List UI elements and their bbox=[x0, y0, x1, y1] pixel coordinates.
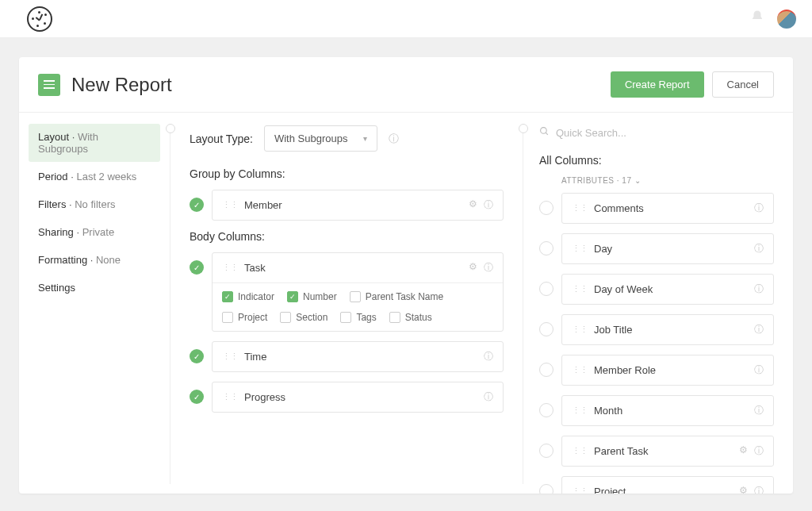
add-circle-icon[interactable] bbox=[539, 322, 553, 336]
page-title: New Report bbox=[71, 74, 172, 96]
app-logo[interactable] bbox=[27, 6, 52, 32]
all-columns-panel: All Columns: ATTRIBUTES · 17 ⌄ ⋮⋮Comment… bbox=[523, 113, 793, 494]
drag-handle-icon[interactable]: ⋮⋮ bbox=[572, 325, 588, 335]
available-column-day-of-week: ⋮⋮Day of Weekⓘ bbox=[539, 274, 774, 305]
search-icon bbox=[539, 125, 550, 140]
sidebar-item-formatting[interactable]: Formatting · None bbox=[29, 247, 160, 273]
sub-check-section[interactable]: Section bbox=[280, 312, 327, 323]
drag-handle-icon[interactable]: ⋮⋮ bbox=[572, 446, 588, 456]
info-icon[interactable]: ⓘ bbox=[754, 444, 764, 458]
sub-check-indicator[interactable]: ✓Indicator bbox=[222, 291, 274, 302]
add-circle-icon[interactable] bbox=[539, 282, 553, 296]
sub-check-status[interactable]: Status bbox=[389, 312, 432, 323]
attributes-group-header[interactable]: ATTRIBUTES · 17 ⌄ bbox=[561, 176, 774, 185]
divider bbox=[523, 124, 523, 484]
check-icon[interactable]: ✓ bbox=[190, 260, 204, 275]
layout-type-select[interactable]: With Subgroups ▾ bbox=[264, 125, 378, 152]
add-circle-icon[interactable] bbox=[539, 403, 553, 417]
report-builder-card: New Report Create Report Cancel Layout ·… bbox=[19, 57, 793, 494]
report-icon bbox=[38, 74, 60, 96]
group-column-row: ✓ ⋮⋮ Member ⚙ ⓘ bbox=[190, 190, 504, 221]
sub-check-tags[interactable]: Tags bbox=[340, 312, 376, 323]
drag-handle-icon[interactable]: ⋮⋮ bbox=[572, 486, 588, 494]
group-by-label: Group by Columns: bbox=[190, 167, 504, 180]
svg-line-1 bbox=[546, 133, 548, 135]
chevron-down-icon: ⌄ bbox=[634, 176, 642, 185]
chevron-down-icon: ▾ bbox=[363, 134, 367, 143]
check-icon[interactable]: ✓ bbox=[190, 390, 204, 404]
create-report-button[interactable]: Create Report bbox=[611, 71, 704, 98]
drag-handle-icon[interactable]: ⋮⋮ bbox=[572, 244, 588, 254]
check-icon[interactable]: ✓ bbox=[190, 198, 204, 212]
info-icon[interactable]: ⓘ bbox=[484, 350, 493, 363]
svg-point-0 bbox=[541, 128, 547, 134]
sidebar-item-sharing[interactable]: Sharing · Private bbox=[29, 219, 160, 245]
body-column-progress: ✓ ⋮⋮ Progress ⓘ bbox=[190, 382, 504, 413]
all-columns-label: All Columns: bbox=[539, 154, 774, 167]
cancel-button[interactable]: Cancel bbox=[712, 71, 774, 98]
drag-handle-icon[interactable]: ⋮⋮ bbox=[572, 284, 588, 294]
gear-icon[interactable]: ⚙ bbox=[739, 485, 748, 494]
gear-icon[interactable]: ⚙ bbox=[739, 444, 748, 458]
gear-icon[interactable]: ⚙ bbox=[469, 261, 477, 275]
layout-type-label: Layout Type: bbox=[190, 133, 253, 145]
sub-check-project[interactable]: Project bbox=[222, 312, 267, 323]
drag-handle-icon[interactable]: ⋮⋮ bbox=[222, 263, 238, 273]
info-icon[interactable]: ⓘ bbox=[754, 363, 764, 377]
sidebar-item-settings[interactable]: Settings bbox=[29, 275, 160, 301]
card-header: New Report Create Report Cancel bbox=[19, 57, 793, 113]
info-icon[interactable]: ⓘ bbox=[754, 404, 764, 417]
available-column-parent-task: ⋮⋮Parent Task⚙ⓘ bbox=[539, 436, 774, 467]
add-circle-icon[interactable] bbox=[539, 444, 553, 458]
drag-handle-icon[interactable]: ⋮⋮ bbox=[222, 352, 238, 362]
quick-search-input[interactable] bbox=[556, 127, 774, 139]
divider bbox=[170, 124, 170, 484]
drag-handle-icon[interactable]: ⋮⋮ bbox=[222, 392, 238, 402]
info-icon[interactable]: ⓘ bbox=[754, 202, 764, 215]
available-column-month: ⋮⋮Monthⓘ bbox=[539, 395, 774, 426]
drag-handle-icon[interactable]: ⋮⋮ bbox=[572, 405, 588, 416]
user-avatar[interactable] bbox=[777, 10, 796, 29]
info-icon[interactable]: ⓘ bbox=[484, 390, 493, 404]
add-circle-icon[interactable] bbox=[539, 241, 553, 256]
add-circle-icon[interactable] bbox=[539, 484, 553, 494]
sub-check-number[interactable]: ✓Number bbox=[287, 291, 337, 302]
available-column-day: ⋮⋮Dayⓘ bbox=[539, 233, 774, 264]
body-columns-label: Body Columns: bbox=[190, 230, 504, 243]
drag-handle-icon[interactable]: ⋮⋮ bbox=[572, 365, 588, 375]
drag-handle-icon[interactable]: ⋮⋮ bbox=[222, 200, 238, 210]
add-circle-icon[interactable] bbox=[539, 363, 553, 377]
task-sub-options: ✓Indicator ✓Number Parent Task Name Proj… bbox=[213, 282, 503, 331]
sidebar-item-period[interactable]: Period · Last 2 weeks bbox=[29, 163, 160, 190]
top-bar bbox=[0, 0, 812, 38]
sidebar-item-filters[interactable]: Filters · No filters bbox=[29, 191, 160, 217]
layout-config-panel: Layout Type: With Subgroups ▾ ⓘ Group by… bbox=[170, 113, 523, 494]
available-column-member-role: ⋮⋮Member Roleⓘ bbox=[539, 355, 774, 386]
notifications-icon[interactable] bbox=[750, 10, 764, 28]
info-icon[interactable]: ⓘ bbox=[484, 261, 493, 275]
available-column-project: ⋮⋮Project⚙ⓘ bbox=[539, 476, 774, 494]
sidebar-item-layout[interactable]: Layout · With Subgroups bbox=[29, 124, 160, 162]
drag-handle-icon[interactable]: ⋮⋮ bbox=[572, 203, 588, 213]
info-icon[interactable]: ⓘ bbox=[389, 132, 399, 146]
add-circle-icon[interactable] bbox=[539, 201, 553, 215]
check-icon[interactable]: ✓ bbox=[190, 349, 204, 363]
available-column-job-title: ⋮⋮Job Titleⓘ bbox=[539, 314, 774, 345]
info-icon[interactable]: ⓘ bbox=[754, 282, 764, 296]
info-icon[interactable]: ⓘ bbox=[754, 323, 764, 336]
gear-icon[interactable]: ⚙ bbox=[469, 198, 477, 212]
settings-sidebar: Layout · With Subgroups Period · Last 2 … bbox=[19, 113, 170, 494]
info-icon[interactable]: ⓘ bbox=[754, 485, 764, 494]
body-column-task: ✓ ⋮⋮ Task ⚙ ⓘ ✓Indicator ✓Number Parent … bbox=[190, 252, 504, 332]
group-column-member[interactable]: ⋮⋮ Member ⚙ ⓘ bbox=[212, 190, 504, 221]
info-icon[interactable]: ⓘ bbox=[754, 242, 764, 256]
body-column-time: ✓ ⋮⋮ Time ⓘ bbox=[190, 341, 504, 372]
sub-check-parent-task-name[interactable]: Parent Task Name bbox=[350, 291, 444, 302]
info-icon[interactable]: ⓘ bbox=[484, 198, 493, 212]
available-column-comments: ⋮⋮Commentsⓘ bbox=[539, 193, 774, 224]
